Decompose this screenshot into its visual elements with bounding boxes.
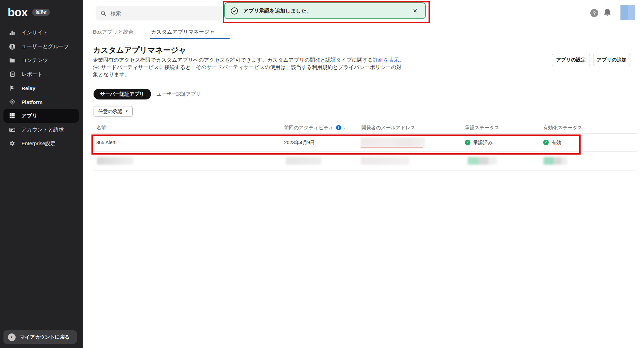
column-header-enabled[interactable]: 有効化ステータス [543, 122, 582, 133]
sidebar-item-content[interactable]: コンテンツ [0, 53, 83, 67]
column-header-name[interactable]: 名前 [96, 122, 106, 133]
sidebar-item-label: インサイト [21, 29, 48, 36]
check-icon: ✓ [465, 140, 470, 145]
row-divider [93, 171, 637, 171]
sidebar-item-label: アプリ [21, 113, 37, 119]
box-admin-console: box 管理者 インサイト ユーザーとグループ コンテンツ [0, 0, 644, 348]
app-settings-button[interactable]: アプリの設定 [552, 54, 590, 66]
sidebar-item-label: Relay [21, 85, 35, 91]
success-toast: アプリ承認を追加しました。 ✕ [224, 2, 426, 19]
sidebar-item-label: レポート [21, 71, 43, 78]
sidebar-item-platform[interactable]: Platform [0, 95, 83, 109]
flag-icon [8, 85, 16, 92]
help-icon[interactable]: ? [590, 9, 598, 17]
redacted-approval-cell [468, 157, 497, 165]
box-logo: box [8, 6, 27, 19]
enabled-status-cell: ✓有効 [543, 133, 561, 151]
sidebar-item-insights[interactable]: インサイト [0, 26, 83, 40]
chevron-down-icon: ▼ [125, 110, 128, 113]
sidebar: box 管理者 インサイト ユーザーとグループ コンテンツ [0, 0, 83, 348]
tab-custom-app-manager[interactable]: カスタムアプリマネージャ [151, 28, 215, 36]
column-header-activity-label: 前回のアクティビティ [284, 125, 334, 130]
sidebar-item-apps[interactable]: アプリ [3, 109, 79, 123]
search-icon [100, 10, 106, 16]
sidebar-item-label: コンテンツ [21, 57, 48, 64]
back-to-my-account-button[interactable]: ‹ マイアカウントに戻る [3, 330, 77, 344]
back-to-my-account-label: マイアカウントに戻る [20, 334, 70, 340]
check-circle-icon [230, 7, 238, 15]
report-icon [8, 71, 16, 78]
redacted-email-cell [361, 138, 425, 147]
enabled-status-label: 有効 [552, 133, 561, 151]
sidebar-item-label: ユーザーとグループ [21, 43, 69, 50]
info-icon[interactable]: i [336, 125, 341, 130]
table-row-365-alert[interactable]: 365 Alert 2023年4月9日 ✓承認済み ✓有効 [0, 133, 644, 151]
sidebar-item-users-groups[interactable]: ユーザーとグループ [0, 40, 83, 53]
approval-filter-dropdown[interactable]: 任意の承認 ▼ [94, 106, 133, 117]
redacted-email-underline [361, 147, 423, 148]
tab-bar: Boxアプリと統合 カスタムアプリマネージャ [93, 28, 637, 39]
active-tab-underline [150, 38, 230, 39]
close-icon[interactable]: ✕ [411, 7, 420, 15]
redacted-email-cell [361, 157, 409, 165]
approval-status-label: 承認済み [473, 133, 493, 151]
apps-grid-icon [8, 112, 16, 119]
redacted-name-cell [97, 157, 134, 165]
details-link[interactable]: 詳細を表示 [373, 57, 399, 63]
last-activity-cell: 2023年4月9日 [284, 133, 315, 151]
approval-status-cell: ✓承認済み [465, 133, 493, 151]
add-app-button[interactable]: アプリの追加 [593, 54, 630, 66]
description-text: 企業固有のアクセス権限でカスタムアプリへのアクセスを許可できます。カスタムアプリ… [93, 57, 373, 63]
column-header-email[interactable]: 開発者のメールアドレス [361, 122, 415, 133]
chevron-left-icon: ‹ [8, 333, 16, 341]
search-input[interactable] [110, 10, 215, 17]
sidebar-item-reports[interactable]: レポート [0, 67, 83, 81]
toast-message: アプリ承認を追加しました。 [243, 8, 406, 14]
redacted-activity-cell [286, 157, 321, 165]
check-icon: ✓ [543, 140, 549, 145]
logo-row: box 管理者 [8, 6, 50, 19]
folder-icon [8, 57, 16, 64]
approval-filter-label: 任意の承認 [98, 108, 122, 115]
column-header-activity[interactable]: 前回のアクティビティi∨ [284, 122, 346, 134]
chevron-down-icon: ∨ [343, 126, 346, 130]
sidebar-item-relay[interactable]: Relay [0, 81, 83, 95]
sidebar-item-label: Platform [21, 99, 43, 105]
column-header-approval[interactable]: 承認ステータス [465, 122, 499, 133]
page-description: 企業固有のアクセス権限でカスタムアプリへのアクセスを許可できます。カスタムアプリ… [93, 56, 406, 78]
app-name-cell[interactable]: 365 Alert [96, 133, 115, 151]
users-icon [8, 43, 16, 50]
diamond-icon [8, 98, 16, 105]
notification-bell-icon[interactable] [603, 8, 612, 18]
page-title: カスタムアプリマネージャ [93, 45, 186, 55]
table-row-redacted[interactable] [0, 151, 644, 169]
tab-user-auth-apps[interactable]: ユーザー認証アプリ [157, 89, 201, 99]
redacted-enabled-cell [544, 157, 567, 165]
admin-badge: 管理者 [32, 9, 50, 16]
user-avatar[interactable] [620, 5, 635, 20]
search-box[interactable] [96, 6, 224, 20]
tab-server-auth-apps[interactable]: サーバー認証アプリ [94, 89, 151, 99]
tab-box-apps-integrations[interactable]: Boxアプリと統合 [93, 28, 133, 36]
table-header: 名前 前回のアクティビティi∨ 開発者のメールアドレス 承認ステータス 有効化ス… [0, 122, 644, 133]
bar-chart-icon [8, 29, 16, 36]
